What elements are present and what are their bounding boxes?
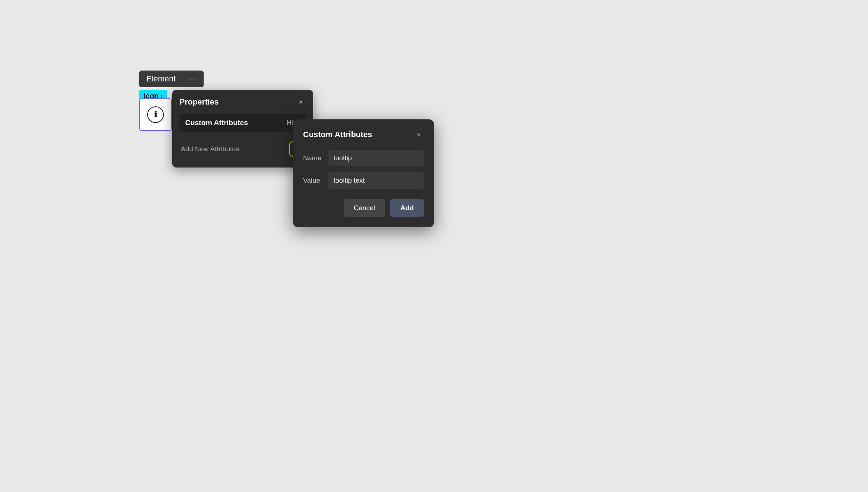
dialog-actions: Cancel Add [303,199,424,217]
element-label[interactable]: Element [139,71,183,87]
value-input[interactable] [328,172,424,189]
add-new-attributes-label: Add New Attributes [181,145,239,153]
custom-attributes-row: Custom Attributes Hide [179,114,306,132]
custom-attributes-dialog: Custom Attributes × Name Value Cancel Ad… [293,119,434,227]
properties-panel-close-button[interactable]: × [296,97,306,107]
element-node: Element ··· [139,71,204,87]
element-dots-menu[interactable]: ··· [183,71,204,87]
name-label: Name [303,154,328,162]
properties-panel-title: Properties [179,97,219,107]
properties-panel: Properties × Custom Attributes Hide Add … [172,90,313,167]
info-icon: ℹ [147,106,164,123]
add-new-attributes-row: Add New Attributes + [179,138,306,160]
name-row: Name [303,150,424,166]
custom-attributes-dialog-close-button[interactable]: × [414,130,424,140]
value-label: Value [303,177,328,184]
value-row: Value [303,172,424,189]
custom-attributes-label: Custom Attributes [185,119,248,127]
add-button[interactable]: Add [390,199,424,217]
custom-attributes-dialog-title: Custom Attributes [303,130,372,139]
name-input[interactable] [328,150,424,166]
cancel-button[interactable]: Cancel [344,199,385,217]
icon-element-box[interactable]: ℹ [139,98,172,131]
custom-attributes-dialog-header: Custom Attributes × [303,130,424,140]
properties-panel-header: Properties × [179,97,306,107]
